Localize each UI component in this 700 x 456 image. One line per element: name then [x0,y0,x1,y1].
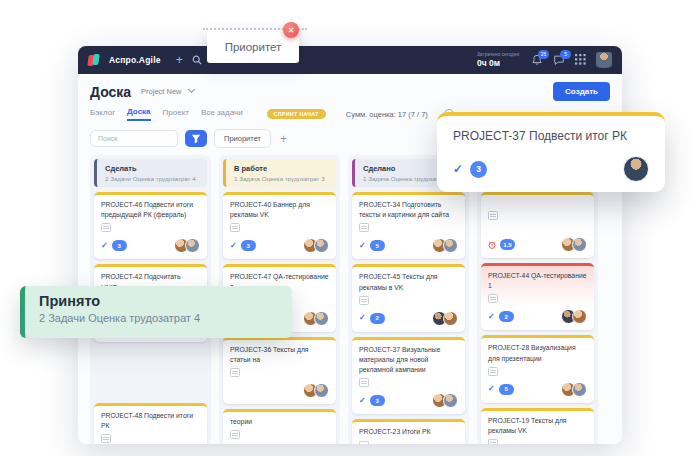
task-title: PROJECT-23 Итоги РК [359,427,458,437]
notifications-button[interactable]: 26 [531,54,543,66]
time-tracker[interactable]: Затрачено сегодня 0ч 0м [477,52,519,68]
create-button[interactable]: Создать [553,82,610,101]
screenshot-canvas: Аспро.Agile + Сп Затрачено сегодня 0ч 0м… [0,0,700,456]
task-card[interactable]: PROJECT-48 Подвести итоги РК 3 [94,403,207,444]
avatar-male [572,382,587,397]
subtask-count-badge: 1.5 [500,239,515,250]
assignee-avatars [307,238,329,253]
column-header[interactable]: В работе 1 Задача Оценка трудозатрат 3 [223,159,336,187]
subtask-count-badge: 3 [241,240,256,251]
task-footer: 2 [359,305,458,326]
description-icon [488,294,498,303]
notifications-count-badge: 26 [538,50,549,59]
tab-проект[interactable]: Проект [163,108,189,120]
board-column: Сделано 1 Задача Оценка трудозатрат PROJ… [348,155,469,444]
subtask-count-badge: 3 [370,395,385,406]
task-card[interactable]: PROJECT-40 Баннер для рекламы VK 3 [223,192,336,259]
task-footer: 3 [359,387,458,408]
project-name-label: Project New [141,87,181,96]
task-title: PROJECT-34 Подготовить тексты и картинки… [359,200,458,220]
messages-button[interactable]: 5 [553,54,565,66]
task-footer [230,377,329,398]
description-icon [230,430,240,439]
subtask-count-badge: 5 [370,240,385,251]
task-card[interactable]: PROJECT-46 Подвести итоги предыдущей РК … [94,192,207,259]
task-title: PROJECT-44 QA-тестирование 1 [488,271,587,291]
search-icon[interactable] [192,55,202,65]
avatar-female [572,309,587,324]
search-input[interactable] [90,130,178,147]
task-footer: 5 [488,376,587,397]
task-card[interactable]: PROJECT-19 Тексты для рекламы VK 5 [481,408,594,444]
task-title: PROJECT-46 Подвести итоги предыдущей РК … [101,200,200,220]
tab-доска[interactable]: Доска [127,107,150,121]
task-footer: 3 [230,439,329,444]
user-avatar[interactable] [596,52,612,68]
column-title: В работе [234,164,330,173]
task-card[interactable]: PROJECT-36 Тексты для статьи на [223,337,336,404]
add-icon[interactable]: + [176,54,183,66]
task-card[interactable]: теории 3 [223,409,336,444]
highlighted-task-title: PROJECT-37 Подвести итог РК [453,129,649,143]
subtask-count-badge: 2 [370,313,385,324]
subtask-count-badge: 3 [112,240,127,251]
app-window: Аспро.Agile + Сп Затрачено сегодня 0ч 0м… [78,46,622,444]
accepted-meta: 2 Задачи Оценка трудозатрат 4 [39,312,278,324]
page-header: Доска Project New Создать [78,74,622,104]
assignee-avatar [623,156,649,182]
task-card[interactable]: PROJECT-28 Визуализация для презентации … [481,335,594,402]
highlighted-task-card[interactable]: PROJECT-37 Подвести итог РК 3 [437,112,665,192]
tab-бэклог[interactable]: Бэклог [90,108,115,120]
filter-button[interactable] [185,130,207,147]
check-icon [359,314,366,322]
subtask-count-badge: 5 [499,384,514,395]
description-icon [359,223,369,232]
task-title: PROJECT-37 Визуальные материалы для ново… [359,345,458,376]
assignee-avatars [565,382,587,397]
assignee-avatars [307,311,329,326]
assignee-avatars [436,238,458,253]
task-card[interactable] [94,347,207,398]
accepted-column-callout: Принято 2 Задачи Оценка трудозатрат 4 [20,286,292,338]
close-icon[interactable] [283,22,299,38]
assignee-avatars [436,393,458,408]
tabs: БэклогДоскаПроектВсе задачи [90,107,243,121]
task-title: PROJECT-45 Тексты для рекламы в VK [359,272,458,292]
description-icon [359,378,369,387]
check-icon [359,397,366,405]
column-title: Сделать [105,164,201,173]
assignee-avatars [565,237,587,252]
task-footer: 3 [101,443,200,444]
task-card[interactable]: PROJECT-34 Подготовить тексты и картинки… [352,192,465,259]
task-card[interactable]: PROJECT-44 QA-тестирование 1 2 [481,263,594,330]
apps-grid-button[interactable] [575,51,586,69]
top-navbar: Аспро.Agile + Сп Затрачено сегодня 0ч 0м… [78,46,622,74]
task-footer: 2 [488,303,587,324]
avatar-male [572,237,587,252]
subtask-count-badge: 2 [499,311,514,322]
task-card[interactable]: 1.5 [481,192,594,258]
avatar-male [314,238,329,253]
column-cards: 1.5 PROJECT-44 QA-тестирование 1 2 PROJE… [481,192,594,444]
description-icon [488,211,498,220]
summary-score: Сумм. оценка: 17 (7 / 7) [346,110,428,119]
task-footer: 3 [101,232,200,253]
app-logo-icon [88,54,100,66]
project-selector[interactable]: Project New [141,87,194,96]
task-card[interactable]: PROJECT-45 Тексты для рекламы в VK 2 [352,264,465,331]
avatar-male [314,383,329,398]
navbar-right: Затрачено сегодня 0ч 0м 26 5 [477,51,612,69]
assignee-avatars [178,238,200,253]
avatar-male [443,238,458,253]
priority-filter-chip[interactable]: Приоритет [214,129,271,148]
tab-все-задачи[interactable]: Все задачи [201,108,243,120]
messages-count-badge: 5 [560,50,571,59]
add-filter-button[interactable] [280,133,287,145]
check-icon [488,313,495,321]
column-header[interactable]: Сделать 2 Задачи Оценка трудозатрат 4 [94,159,207,187]
avatar-male [443,393,458,408]
chevron-down-icon [188,86,195,93]
highlighted-task-footer: 3 [453,156,649,182]
task-card[interactable]: PROJECT-37 Визуальные материалы для ново… [352,337,465,415]
task-card[interactable]: PROJECT-23 Итоги РК 5 [352,419,465,444]
